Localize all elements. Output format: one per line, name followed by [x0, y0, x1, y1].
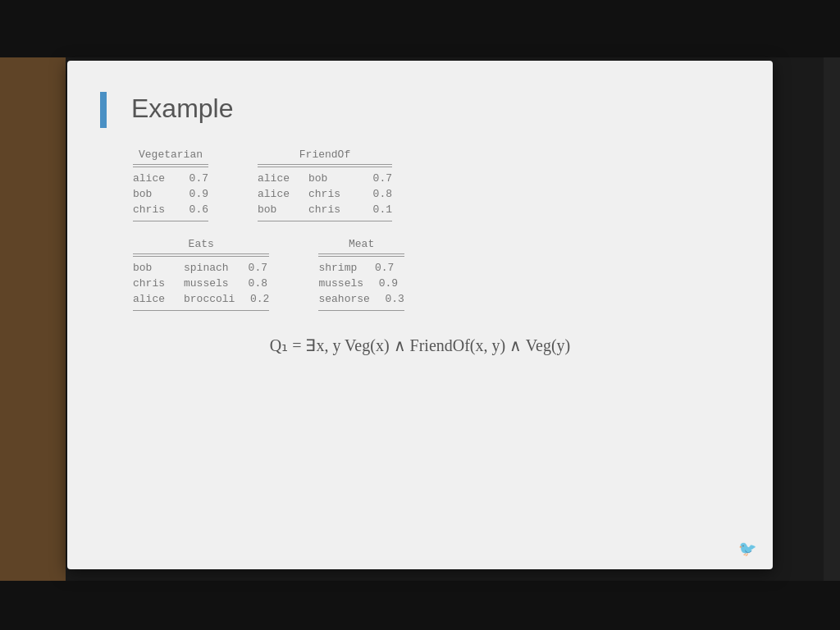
- meat-table-title: Meat: [318, 238, 404, 250]
- cell: chris: [133, 277, 174, 290]
- table-row: alice chris 0.8: [258, 186, 392, 202]
- table-row: alice bob 0.7: [258, 171, 392, 186]
- vegetarian-table-title: Vegetarian: [133, 148, 208, 161]
- cell: shrimp: [318, 262, 359, 274]
- cell: mussels: [318, 277, 363, 290]
- cell: 0.7: [243, 262, 267, 274]
- cell: alice: [258, 188, 299, 200]
- top-border: [0, 0, 840, 57]
- cell: chris: [133, 203, 174, 216]
- cell: 0.9: [373, 277, 398, 290]
- cell: 0.2: [244, 293, 269, 305]
- table-row: chris mussels 0.8: [133, 276, 269, 291]
- cell: spinach: [184, 262, 233, 274]
- cell: alice: [258, 172, 299, 185]
- meat-table: Meat shrimp 0.7 mussels 0.9 seahorse 0.3: [318, 238, 404, 311]
- cell: 0.7: [368, 172, 392, 185]
- table-row: alice broccoli 0.2: [133, 291, 269, 307]
- bottom-border: [0, 581, 840, 630]
- cell: 0.7: [184, 172, 208, 185]
- cell: mussels: [184, 277, 233, 290]
- query-area: Q₁ = ∃x, y Veg(x) ∧ FriendOf(x, y) ∧ Veg…: [116, 336, 724, 355]
- cell: 0.9: [184, 188, 208, 200]
- right-border: [824, 57, 840, 581]
- vegetarian-table: Vegetarian alice 0.7 bob 0.9 chris 0.6: [133, 148, 208, 221]
- top-tables-row: Vegetarian alice 0.7 bob 0.9 chris 0.6: [133, 148, 724, 221]
- cell: seahorse: [318, 293, 369, 305]
- table-row: bob spinach 0.7: [133, 260, 269, 276]
- cell: 0.8: [368, 188, 392, 200]
- table-row: bob chris 0.1: [258, 202, 392, 217]
- cell: 0.3: [380, 293, 404, 305]
- friendof-table: FriendOf alice bob 0.7 alice chris 0.8 b…: [258, 148, 392, 221]
- eats-table: Eats bob spinach 0.7 chris mussels 0.8 a…: [133, 238, 269, 311]
- cell: 0.7: [369, 262, 394, 274]
- slide: Example Vegetarian alice 0.7 bob 0.9 chr…: [67, 61, 773, 569]
- table-row: mussels 0.9: [318, 276, 404, 291]
- cell: 0.8: [243, 277, 267, 290]
- friendof-table-title: FriendOf: [258, 148, 392, 161]
- cell: bob: [133, 188, 174, 200]
- cell: alice: [133, 293, 174, 305]
- cell: chris: [308, 203, 358, 216]
- slide-title: Example: [131, 94, 724, 124]
- cell: alice: [133, 172, 174, 185]
- bottom-tables-row: Eats bob spinach 0.7 chris mussels 0.8 a…: [133, 238, 724, 311]
- tables-area: Vegetarian alice 0.7 bob 0.9 chris 0.6: [133, 148, 724, 311]
- cell: chris: [308, 188, 358, 200]
- cell: 0.6: [184, 203, 208, 216]
- table-row: bob 0.9: [133, 186, 208, 202]
- cell: bob: [308, 172, 358, 185]
- cell: 0.1: [368, 203, 392, 216]
- table-row: chris 0.6: [133, 202, 208, 217]
- logo-icon: 🐦: [738, 540, 756, 558]
- query-text: Q₁ = ∃x, y Veg(x) ∧ FriendOf(x, y) ∧ Veg…: [270, 336, 571, 354]
- cell: broccoli: [184, 293, 235, 305]
- table-row: seahorse 0.3: [318, 291, 404, 307]
- table-row: alice 0.7: [133, 171, 208, 186]
- eats-table-title: Eats: [133, 238, 269, 250]
- cell: bob: [258, 203, 299, 216]
- title-accent-bar: [100, 92, 107, 128]
- cell: bob: [133, 262, 174, 274]
- left-border: [0, 57, 66, 581]
- table-row: shrimp 0.7: [318, 260, 404, 276]
